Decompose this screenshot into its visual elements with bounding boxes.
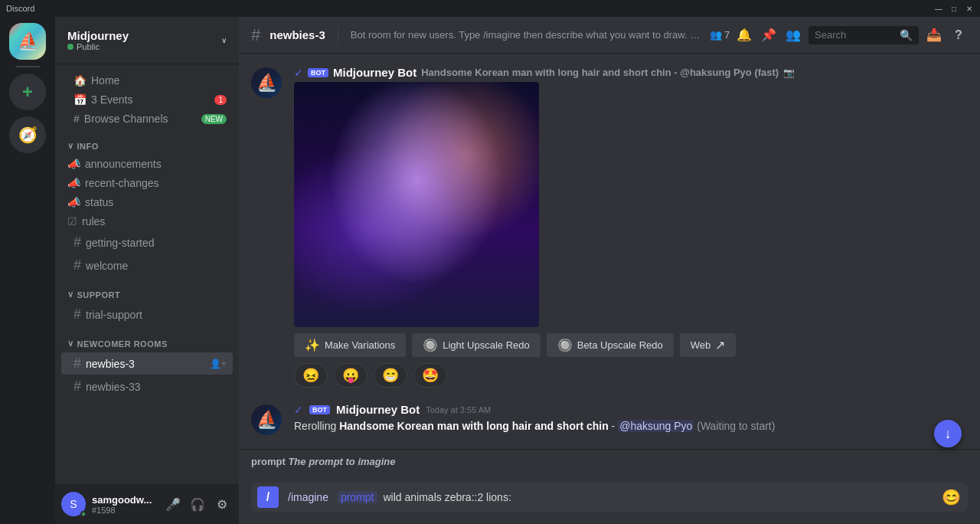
server-name: Midjourney: [67, 29, 129, 42]
category-support[interactable]: ∨ SUPPORT: [55, 277, 239, 303]
make-variations-button[interactable]: ✨ Make Variations: [294, 333, 406, 357]
beta-upscale-redo-button[interactable]: 🔘 Beta Upscale Redo: [547, 333, 674, 357]
minimize-button[interactable]: —: [934, 4, 943, 13]
message-content-2: ✓ BOT Midjourney Bot Today at 3:55 AM Re…: [294, 403, 968, 435]
category-info[interactable]: ∨ INFO: [55, 129, 239, 154]
search-input[interactable]: [815, 29, 895, 41]
settings-button[interactable]: ⚙: [211, 493, 233, 515]
sidebar-item-announcements[interactable]: 📣 announcements: [61, 155, 233, 173]
server-header[interactable]: Midjourney Public ∨: [55, 17, 239, 64]
command-label: /imagine: [285, 491, 332, 503]
main-content: # newbies-3 Bot room for new users. Type…: [239, 17, 980, 524]
close-button[interactable]: ✕: [965, 4, 974, 13]
server-icon-discover[interactable]: 🧭: [9, 116, 46, 153]
reaction-tongue[interactable]: 😛: [334, 363, 368, 388]
app-title: Discord: [6, 4, 34, 13]
message-header: ✓ BOT Midjourney Bot Today at 3:55 AM: [294, 403, 968, 416]
hash-icon: #: [74, 355, 81, 372]
input-area: / /imagine prompt 😊: [239, 477, 980, 524]
circle-icon: 🔘: [557, 338, 573, 352]
bot-badge: BOT: [308, 68, 328, 77]
compass-icon: 🧭: [18, 126, 38, 144]
search-box: 🔍: [808, 26, 919, 44]
deafen-button[interactable]: 🎧: [187, 493, 208, 515]
calendar-icon: 📅: [74, 93, 87, 106]
message-original-text: Handsome Korean man with long hair and s…: [421, 67, 779, 78]
sidebar-item-newbies-33[interactable]: # newbies-33: [61, 375, 233, 398]
sidebar-item-getting-started[interactable]: # getting-started: [61, 231, 233, 254]
action-buttons: ✨ Make Variations 🔘 Light Upscale Redo 🔘…: [294, 333, 968, 357]
user-discriminator: #1598: [92, 506, 156, 515]
maximize-button[interactable]: □: [949, 4, 959, 13]
channel-header: # newbies-3 Bot room for new users. Type…: [239, 17, 980, 54]
add-member-icon[interactable]: 👤+: [210, 359, 227, 369]
channel-header-description: Bot room for new users. Type /imagine th…: [351, 29, 701, 41]
user-bar: S samgoodw... #1598 🎤 🎧 ⚙: [55, 484, 239, 524]
header-actions: 👥 7 🔔 📌 👥 🔍 📥 ?: [710, 26, 968, 44]
light-upscale-redo-button[interactable]: 🔘 Light Upscale Redo: [412, 333, 540, 357]
megaphone-icon: 📣: [67, 158, 80, 170]
sidebar-item-events[interactable]: 📅 3 Events 1: [61, 90, 233, 109]
slash-command-icon[interactable]: /: [257, 486, 279, 508]
avatar: ⛵: [251, 67, 282, 98]
browse-icon: #: [74, 113, 80, 125]
sidebar-item-browse[interactable]: # Browse Channels NEW: [61, 110, 233, 128]
member-list-button[interactable]: 👥: [784, 26, 802, 44]
verified-icon: ✓: [294, 404, 303, 416]
user-info: samgoodw... #1598: [92, 494, 156, 515]
reaction-angry[interactable]: 😖: [294, 363, 328, 388]
server-icon-midjourney[interactable]: ⛵: [9, 23, 46, 60]
header-divider: [338, 26, 338, 44]
channel-list: 🏠 Home 📅 3 Events 1 # Browse Channels NE…: [55, 64, 239, 484]
image-container: [294, 82, 968, 327]
category-newcomer-rooms[interactable]: ∨ NEWCOMER ROOMS: [55, 326, 239, 352]
reaction-star-eyes[interactable]: 🤩: [413, 363, 447, 388]
notification-bell-button[interactable]: 🔔: [735, 26, 753, 44]
help-button[interactable]: ?: [949, 26, 968, 44]
titlebar: Discord — □ ✕: [0, 0, 980, 17]
online-status-indicator: [80, 511, 87, 517]
hash-icon: #: [74, 378, 81, 395]
members-icon: 👥: [710, 29, 722, 41]
message-content: ✓ BOT Midjourney Bot Handsome Korean man…: [294, 66, 968, 388]
search-icon: 🔍: [900, 29, 913, 41]
new-badge: NEW: [201, 114, 227, 124]
hash-icon: #: [74, 257, 81, 273]
megaphone-icon: 📣: [67, 177, 80, 189]
message-input[interactable]: [384, 483, 935, 512]
prompt-area: prompt The prompt to imagine: [239, 449, 980, 477]
message-timestamp: Today at 3:55 AM: [426, 405, 491, 414]
sidebar-item-rules[interactable]: ☑ rules: [61, 212, 233, 231]
message-username[interactable]: Midjourney Bot: [333, 66, 416, 79]
hash-icon: #: [74, 234, 81, 251]
pin-button[interactable]: 📌: [760, 26, 778, 44]
server-sidebar: ⛵ + 🧭: [0, 17, 55, 524]
message-group: ⛵ ✓ BOT Midjourney Bot Handsome Korean m…: [251, 66, 968, 388]
sidebar-item-trial-support[interactable]: # trial-support: [61, 303, 233, 326]
members-count-button[interactable]: 👥 7: [710, 26, 729, 44]
scroll-to-bottom-button[interactable]: ↓: [934, 420, 962, 447]
message-group-2: ⛵ ✓ BOT Midjourney Bot Today at 3:55 AM …: [251, 403, 968, 435]
status-dot-icon: [67, 44, 74, 50]
sidebar-item-newbies-3[interactable]: # newbies-3 👤+: [61, 352, 233, 375]
message-input-container: / /imagine prompt 😊: [251, 483, 968, 512]
bot-badge: BOT: [309, 405, 330, 414]
sidebar-item-status[interactable]: 📣 status: [61, 193, 233, 211]
rules-icon: ☑: [67, 215, 77, 228]
web-button[interactable]: Web ↗: [680, 333, 737, 357]
messages-area: ⛵ ✓ BOT Midjourney Bot Handsome Korean m…: [239, 54, 980, 449]
chevron-down-icon: ∨: [67, 141, 74, 151]
sidebar-item-welcome[interactable]: # welcome: [61, 254, 233, 277]
emoji-button[interactable]: 😊: [940, 486, 962, 508]
sidebar-item-home[interactable]: 🏠 Home: [61, 71, 233, 90]
reaction-grin[interactable]: 😁: [374, 363, 407, 388]
mention: @haksung Pyo: [618, 420, 694, 432]
home-icon: 🏠: [74, 74, 87, 87]
mute-button[interactable]: 🎤: [162, 493, 184, 515]
server-icon-add[interactable]: +: [9, 74, 46, 110]
user-controls: 🎤 🎧 ⚙: [162, 493, 233, 515]
external-link-icon: ↗: [715, 338, 725, 352]
sidebar-item-recent-changes[interactable]: 📣 recent-changes: [61, 174, 233, 192]
inbox-button[interactable]: 📥: [925, 26, 943, 44]
message-username-2[interactable]: Midjourney Bot: [336, 403, 420, 416]
